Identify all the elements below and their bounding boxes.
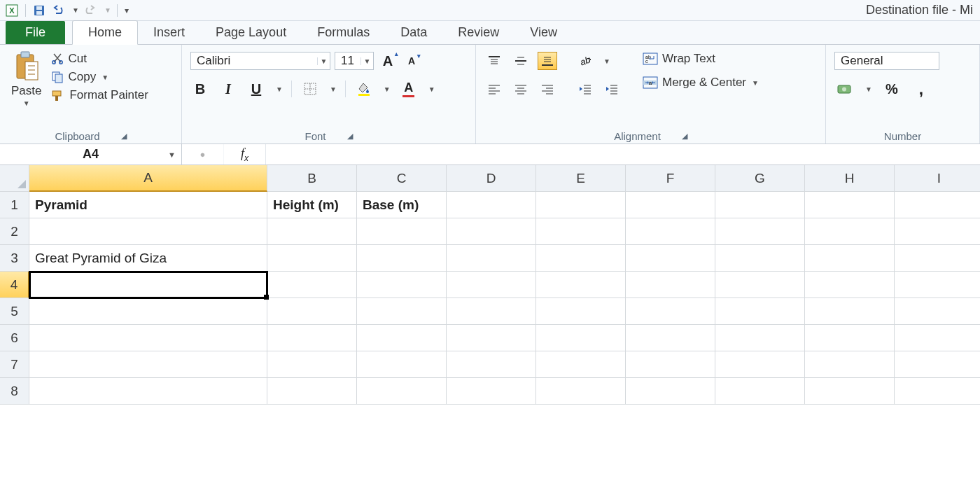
- cell-C2[interactable]: [357, 218, 447, 245]
- cell-G1[interactable]: [715, 192, 805, 218]
- cell-F6[interactable]: [626, 325, 715, 351]
- tab-file[interactable]: File: [6, 21, 65, 44]
- paste-button[interactable]: Paste ▼: [8, 49, 44, 108]
- underline-dropdown[interactable]: ▼: [276, 85, 283, 93]
- row-header-1[interactable]: 1: [0, 192, 29, 218]
- cell-A7[interactable]: [29, 351, 267, 378]
- cell-F1[interactable]: [626, 192, 715, 218]
- cell-G4[interactable]: [715, 272, 805, 298]
- cell-H6[interactable]: [805, 325, 895, 351]
- paste-dropdown[interactable]: ▼: [23, 99, 30, 107]
- cancel-formula-button[interactable]: ●: [182, 144, 224, 164]
- align-middle-button[interactable]: [511, 52, 531, 70]
- cell-C3[interactable]: [357, 245, 447, 272]
- cell-D3[interactable]: [447, 245, 536, 272]
- cell-D6[interactable]: [447, 325, 536, 351]
- row-header-7[interactable]: 7: [0, 351, 29, 378]
- tab-insert[interactable]: Insert: [138, 21, 200, 44]
- align-bottom-button[interactable]: [538, 52, 557, 70]
- cell-F3[interactable]: [626, 245, 715, 272]
- insert-function-button[interactable]: fx: [224, 144, 266, 164]
- row-header-5[interactable]: 5: [0, 298, 29, 325]
- italic-button[interactable]: I: [218, 80, 238, 98]
- decrease-indent-button[interactable]: [575, 80, 595, 98]
- fill-color-button[interactable]: [354, 80, 374, 98]
- cell-B6[interactable]: [267, 325, 357, 351]
- cell-I7[interactable]: [895, 351, 980, 378]
- undo-button[interactable]: [51, 3, 66, 18]
- tab-page-layout[interactable]: Page Layout: [200, 21, 302, 44]
- clipboard-dialog-launcher[interactable]: ◢: [121, 132, 127, 141]
- cell-I8[interactable]: [895, 378, 980, 405]
- redo-dropdown[interactable]: ▼: [104, 6, 111, 14]
- cell-I4[interactable]: [895, 272, 980, 298]
- cell-H5[interactable]: [805, 298, 895, 325]
- spreadsheet-grid[interactable]: ABCDEFGHI1PyramidHeight (m)Base (m)23Gre…: [0, 165, 980, 405]
- cell-I5[interactable]: [895, 298, 980, 325]
- tab-data[interactable]: Data: [385, 21, 442, 44]
- column-header-G[interactable]: G: [715, 165, 805, 192]
- cell-G2[interactable]: [715, 218, 805, 245]
- cut-button[interactable]: Cut: [51, 52, 148, 66]
- bold-button[interactable]: B: [190, 80, 210, 98]
- column-header-E[interactable]: E: [536, 165, 626, 192]
- shrink-font-button[interactable]: A▾: [402, 52, 421, 70]
- cell-E2[interactable]: [536, 218, 626, 245]
- column-header-D[interactable]: D: [447, 165, 536, 192]
- row-header-6[interactable]: 6: [0, 325, 29, 351]
- align-center-button[interactable]: [511, 80, 531, 98]
- cell-H2[interactable]: [805, 218, 895, 245]
- underline-button[interactable]: U: [246, 80, 266, 98]
- cell-D5[interactable]: [447, 298, 536, 325]
- row-header-8[interactable]: 8: [0, 378, 29, 405]
- fill-color-dropdown[interactable]: ▼: [384, 85, 391, 93]
- format-painter-button[interactable]: Format Painter: [51, 88, 148, 102]
- cell-C7[interactable]: [357, 351, 447, 378]
- orientation-dropdown[interactable]: ▼: [603, 57, 610, 65]
- cell-H7[interactable]: [805, 351, 895, 378]
- percent-button[interactable]: %: [882, 80, 902, 98]
- cell-E6[interactable]: [536, 325, 626, 351]
- cell-B4[interactable]: [267, 272, 357, 298]
- merge-center-button[interactable]: a Merge & Center ▼: [643, 76, 759, 90]
- cell-C1[interactable]: Base (m): [357, 192, 447, 218]
- cell-B5[interactable]: [267, 298, 357, 325]
- wrap-text-button[interactable]: abc Wrap Text: [643, 52, 759, 66]
- cell-D7[interactable]: [447, 351, 536, 378]
- name-box[interactable]: A4 ▼: [0, 144, 182, 164]
- tab-review[interactable]: Review: [442, 21, 514, 44]
- increase-indent-button[interactable]: [602, 80, 622, 98]
- cell-I2[interactable]: [895, 218, 980, 245]
- redo-button[interactable]: [83, 3, 99, 18]
- cell-A1[interactable]: Pyramid: [29, 192, 267, 218]
- qat-customize[interactable]: ▾: [125, 6, 129, 15]
- cell-B8[interactable]: [267, 378, 357, 405]
- cell-B7[interactable]: [267, 351, 357, 378]
- cell-A6[interactable]: [29, 325, 267, 351]
- column-header-C[interactable]: C: [357, 165, 447, 192]
- cell-G8[interactable]: [715, 378, 805, 405]
- column-header-H[interactable]: H: [805, 165, 895, 192]
- row-header-4[interactable]: 4: [0, 272, 29, 298]
- cell-E4[interactable]: [536, 272, 626, 298]
- cell-H1[interactable]: [805, 192, 895, 218]
- font-dialog-launcher[interactable]: ◢: [347, 132, 353, 141]
- cell-B1[interactable]: Height (m): [267, 192, 357, 218]
- cell-C8[interactable]: [357, 378, 447, 405]
- cell-B2[interactable]: [267, 218, 357, 245]
- column-header-A[interactable]: A: [29, 165, 267, 192]
- column-header-B[interactable]: B: [267, 165, 357, 192]
- align-right-button[interactable]: [538, 80, 557, 98]
- align-top-button[interactable]: [484, 52, 504, 70]
- cell-I3[interactable]: [895, 245, 980, 272]
- tab-formulas[interactable]: Formulas: [302, 21, 385, 44]
- cell-C6[interactable]: [357, 325, 447, 351]
- cell-H3[interactable]: [805, 245, 895, 272]
- orientation-button[interactable]: ab: [575, 52, 595, 70]
- cell-E5[interactable]: [536, 298, 626, 325]
- save-button[interactable]: [31, 3, 47, 18]
- borders-dropdown[interactable]: ▼: [330, 85, 337, 93]
- cell-F5[interactable]: [626, 298, 715, 325]
- cell-A5[interactable]: [29, 298, 267, 325]
- cell-G7[interactable]: [715, 351, 805, 378]
